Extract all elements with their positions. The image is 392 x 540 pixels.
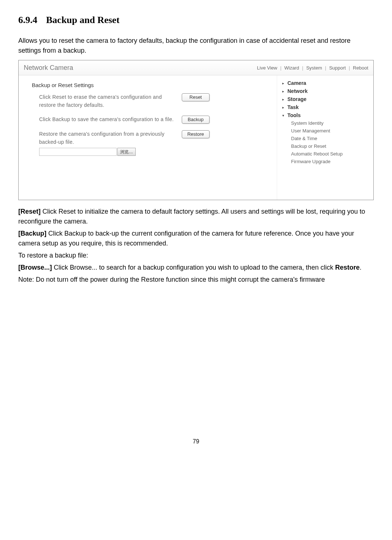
backup-desc: Click Backup to save the camera's config…	[39, 116, 182, 124]
file-picker-row: 浏览...	[39, 148, 174, 156]
restore-desc: Restore the camera's configuration from …	[39, 130, 182, 156]
backup-label: [Backup]	[18, 230, 46, 237]
restore-bold: Restore	[335, 264, 359, 271]
screenshot-body: Backup or Reset Settings Click Reset to …	[19, 75, 373, 200]
sidebar-label: Task	[287, 104, 299, 110]
restore-row: Restore the camera's configuration from …	[39, 130, 267, 156]
browse-button[interactable]: 浏览...	[117, 148, 136, 156]
reset-text: Click Reset to initialize the camera to …	[18, 208, 365, 225]
sidebar-label: Camera	[287, 80, 306, 86]
chevron-down-icon: ▾	[282, 113, 287, 117]
chevron-right-icon: ▸	[282, 105, 287, 109]
restore-intro: To restore a backup file:	[18, 251, 374, 260]
sidebar-sub-backup-reset[interactable]: Backup or Reset	[291, 142, 368, 150]
chevron-right-icon: ▸	[282, 97, 287, 101]
restore-button[interactable]: Restore	[182, 130, 210, 138]
backup-text: Click Backup to back-up the current conf…	[18, 230, 354, 247]
backup-row: Click Backup to save the camera's config…	[39, 116, 267, 124]
reset-desc: Click Reset to erase the camera's config…	[39, 93, 182, 109]
nav-system[interactable]: System	[306, 65, 322, 71]
note-text: Note: Do not turn off the power during t…	[18, 275, 374, 285]
sidebar-item-storage[interactable]: ▸ Storage	[282, 95, 368, 103]
screenshot-frame: Network Camera Live View| Wizard| System…	[18, 60, 374, 200]
sidebar-label: Tools	[287, 112, 301, 118]
section-title: Backup or Reset Settings	[32, 82, 267, 88]
sidebar: ▸ Camera ▸ Network ▸ Storage ▸ Task ▾ To…	[277, 75, 373, 200]
chevron-right-icon: ▸	[282, 81, 287, 85]
sidebar-sub-user-management[interactable]: User Management	[291, 127, 368, 135]
restore-after: .	[359, 264, 361, 271]
screenshot-topbar: Network Camera Live View| Wizard| System…	[19, 60, 373, 75]
sidebar-sub-firmware[interactable]: Firmware Upgrade	[291, 158, 368, 165]
heading-number: 6.9.4	[18, 15, 37, 25]
reset-button[interactable]: Reset	[182, 93, 210, 101]
file-input[interactable]	[39, 148, 117, 156]
nav-liveview[interactable]: Live View	[257, 65, 277, 71]
sidebar-label: Storage	[287, 96, 306, 102]
sidebar-sub-date-time[interactable]: Date & Time	[291, 135, 368, 142]
browse-text: Click Browse... to search for a backup c…	[52, 264, 335, 271]
chevron-right-icon: ▸	[282, 89, 287, 93]
sidebar-item-camera[interactable]: ▸ Camera	[282, 79, 368, 87]
sidebar-item-task[interactable]: ▸ Task	[282, 103, 368, 111]
nav-wizard[interactable]: Wizard	[284, 65, 299, 71]
nav-reboot[interactable]: Reboot	[353, 65, 368, 71]
section-heading: 6.9.4Backup and Reset	[18, 15, 374, 26]
sidebar-label: Network	[287, 88, 308, 94]
reset-row: Click Reset to erase the camera's config…	[39, 93, 267, 109]
page-number: 79	[18, 438, 374, 445]
sidebar-sub-system-identity[interactable]: System Identity	[291, 119, 368, 127]
sidebar-item-tools[interactable]: ▾ Tools	[282, 111, 368, 119]
sidebar-sub-auto-reboot[interactable]: Automatic Reboot Setup	[291, 150, 368, 158]
browse-label: [Browse...]	[18, 264, 52, 271]
top-nav: Live View| Wizard| System| Support| Rebo…	[257, 65, 368, 71]
main-panel: Backup or Reset Settings Click Reset to …	[19, 75, 277, 200]
nav-support[interactable]: Support	[329, 65, 346, 71]
sidebar-item-network[interactable]: ▸ Network	[282, 87, 368, 95]
app-title: Network Camera	[24, 64, 73, 72]
heading-title: Backup and Reset	[46, 15, 120, 25]
intro-paragraph: Allows you to reset the camera to factor…	[18, 36, 374, 56]
backup-button[interactable]: Backup	[182, 116, 210, 124]
description-block: [Reset] Click Reset to initialize the ca…	[18, 207, 374, 285]
reset-label: [Reset]	[18, 208, 41, 215]
